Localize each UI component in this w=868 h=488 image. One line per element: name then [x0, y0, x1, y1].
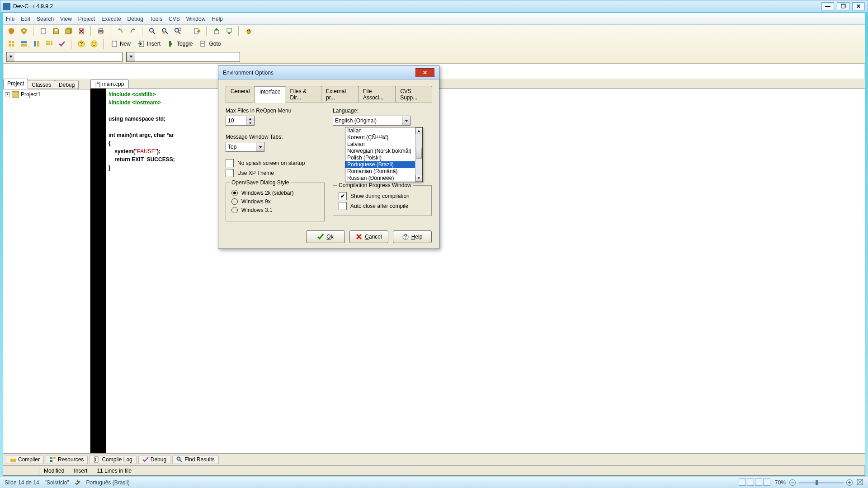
minimize-button[interactable]: — — [821, 2, 834, 10]
bottom-tab-compiler[interactable]: Compiler — [6, 455, 44, 464]
scroll-down-icon[interactable]: ▼ — [415, 175, 422, 182]
tb-compile-icon[interactable] — [211, 26, 222, 36]
function-combo[interactable] — [126, 52, 240, 62]
tb-toggle-button[interactable]: Toggle — [165, 39, 195, 49]
tb-goto-button[interactable]: Goto — [197, 39, 223, 49]
tb-save-icon[interactable] — [51, 26, 61, 36]
listbox-scrollbar[interactable]: ▲ ▼ — [415, 127, 422, 182]
list-item[interactable]: Russian (Đóññêèé) — [345, 175, 422, 182]
menu-window[interactable]: Window — [186, 16, 206, 22]
tb-grid2-icon[interactable] — [19, 39, 29, 49]
left-tab-debug[interactable]: Debug — [55, 80, 79, 89]
menu-debug[interactable]: Debug — [127, 16, 143, 22]
left-tab-project[interactable]: Project — [3, 79, 28, 89]
tb-run-icon[interactable] — [224, 26, 235, 36]
max-files-spinner[interactable]: ▲▼ — [226, 116, 255, 126]
editor-tab-main[interactable]: [*] main.cpp — [90, 80, 129, 88]
dialog-tab-external[interactable]: External pr... — [321, 86, 359, 103]
dialog-tab-cvs[interactable]: CVS Supp... — [395, 86, 432, 103]
tb-undo-icon[interactable] — [115, 26, 126, 36]
menu-file[interactable]: File — [6, 16, 14, 22]
close-button[interactable]: ✕ — [852, 2, 865, 10]
menu-search[interactable]: Search — [37, 16, 54, 22]
tb-insert-button[interactable]: Insert — [135, 39, 163, 49]
tb-help-icon[interactable]: ? — [76, 39, 87, 49]
radio-win9x[interactable] — [231, 198, 238, 205]
tb-new-icon[interactable] — [38, 26, 49, 36]
list-item[interactable]: Italian — [345, 127, 422, 134]
splash-checkbox[interactable] — [226, 159, 234, 167]
bottom-tab-compilelog[interactable]: Compile Log — [90, 455, 136, 464]
list-item-selected[interactable]: Portuguese (Brazil) — [345, 161, 422, 168]
language-dropdown[interactable]: English (Original) — [333, 116, 410, 126]
tb-check-icon[interactable] — [57, 39, 67, 49]
max-files-input[interactable] — [226, 116, 246, 125]
menu-help[interactable]: Help — [212, 16, 223, 22]
tb-find-icon[interactable] — [147, 26, 158, 36]
tb-shield-icon[interactable] — [6, 26, 17, 36]
menu-view[interactable]: View — [60, 16, 72, 22]
chevron-down-icon[interactable] — [256, 142, 264, 151]
list-item[interactable]: Latvian — [345, 141, 422, 148]
bottom-tab-resources[interactable]: Resources — [46, 455, 88, 464]
tb-findinfiles-icon[interactable] — [172, 26, 183, 36]
menu-execute[interactable]: Execute — [101, 16, 121, 22]
list-item[interactable]: Romanian (Română) — [345, 168, 422, 175]
zoom-slider[interactable] — [798, 482, 844, 483]
left-tab-classes[interactable]: Classes — [28, 80, 55, 89]
list-item[interactable]: Korean (ÇÑ±¹¾î) — [345, 134, 422, 141]
ok-button[interactable]: Ok — [306, 230, 345, 243]
menu-edit[interactable]: Edit — [21, 16, 30, 22]
scroll-thumb[interactable] — [416, 148, 422, 159]
list-item[interactable]: Norwegian (Norsk bokmål) — [345, 148, 422, 155]
tb-grid4-icon[interactable] — [44, 39, 55, 49]
project-root-label[interactable]: Project1 — [21, 91, 41, 98]
dialog-tab-fileassoc[interactable]: File Associ... — [358, 86, 396, 103]
dialog-tab-interface[interactable]: Interface — [255, 86, 286, 103]
compwin-show-checkbox[interactable]: ✔ — [339, 192, 347, 200]
bottom-tab-findresults[interactable]: Find Results — [172, 455, 219, 464]
dialog-tab-files[interactable]: Files & Dir... — [285, 86, 321, 103]
zoom-out-button[interactable]: − — [789, 479, 796, 486]
code-text[interactable]: #include <cstdlib> #include <iostream> u… — [106, 89, 178, 453]
dialog-close-button[interactable]: ✕ — [415, 68, 434, 77]
tb-print-icon[interactable] — [95, 26, 106, 36]
bottom-tab-debug[interactable]: Debug — [138, 455, 170, 464]
tb-redo-icon[interactable] — [127, 26, 138, 36]
pp-view-buttons[interactable] — [739, 479, 771, 487]
tb-grid3-icon[interactable] — [31, 39, 42, 49]
tree-expand-icon[interactable]: + — [5, 92, 10, 97]
zoom-in-button[interactable]: + — [846, 479, 853, 486]
class-combo[interactable] — [6, 52, 123, 62]
xp-theme-checkbox[interactable] — [226, 169, 234, 177]
list-item[interactable]: Polish (Polski) — [345, 155, 422, 161]
tb-replace-icon[interactable] — [160, 26, 170, 36]
radio-win2k[interactable] — [231, 190, 238, 196]
dialog-tab-general[interactable]: General — [226, 86, 255, 103]
project-tree[interactable]: + Project1 — [3, 89, 90, 453]
tb-close-icon[interactable] — [76, 26, 87, 36]
tb-grid1-icon[interactable] — [6, 39, 17, 49]
help-button[interactable]: ?Help — [393, 230, 432, 243]
menu-tools[interactable]: Tools — [150, 16, 162, 22]
maximize-button[interactable]: ❐ — [837, 2, 849, 10]
menu-cvs[interactable]: CVS — [169, 16, 180, 22]
fit-to-window-icon[interactable] — [856, 479, 863, 487]
radio-win31[interactable] — [231, 207, 238, 213]
spinner-down-icon[interactable]: ▼ — [246, 121, 254, 125]
chevron-down-icon[interactable] — [402, 116, 410, 125]
tb-about-icon[interactable] — [89, 39, 99, 49]
tb-shield2-icon[interactable] — [19, 26, 29, 36]
cancel-button[interactable]: Cancel — [349, 230, 388, 243]
menu-project[interactable]: Project — [78, 16, 95, 22]
tb-new-button[interactable]: New — [108, 39, 133, 49]
pp-spellcheck-icon[interactable] — [75, 479, 81, 487]
tb-gotoline-icon[interactable] — [192, 26, 203, 36]
spinner-up-icon[interactable]: ▲ — [246, 116, 254, 121]
tb-debug-icon[interactable] — [243, 26, 254, 36]
language-dropdown-list[interactable]: Italian Korean (ÇÑ±¹¾î) Latvian Norwegia… — [345, 127, 423, 182]
pp-language[interactable]: Português (Brasil) — [86, 479, 130, 486]
scroll-up-icon[interactable]: ▲ — [415, 127, 422, 134]
tb-saveall-icon[interactable] — [63, 26, 74, 36]
compwin-auto-checkbox[interactable] — [339, 202, 347, 210]
